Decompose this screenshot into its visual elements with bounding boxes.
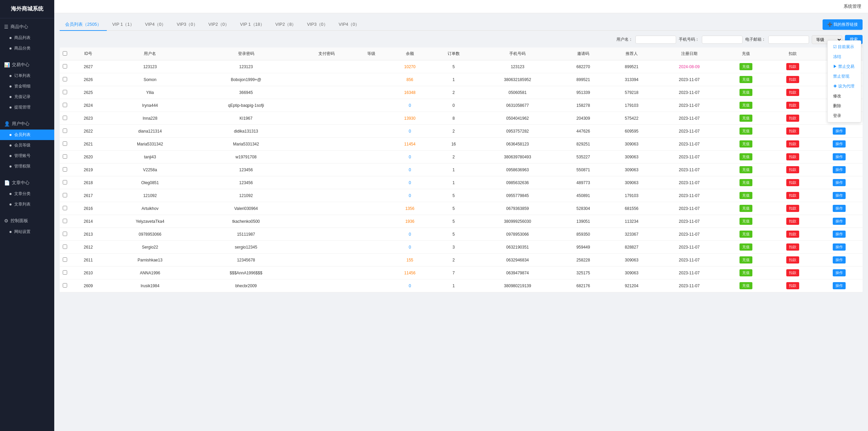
deduct-btn[interactable]: 扣款 bbox=[786, 282, 799, 289]
deduct-btn[interactable]: 扣款 bbox=[786, 256, 799, 263]
sidebar-item-capital-flow[interactable]: 资金明细 bbox=[0, 81, 54, 92]
sidebar-item-article-list[interactable]: 文章列表 bbox=[0, 199, 54, 210]
deduct-btn[interactable]: 扣款 bbox=[786, 218, 799, 225]
deduct-btn[interactable]: 扣款 bbox=[786, 128, 799, 135]
action-btn[interactable]: 操作 bbox=[833, 218, 846, 225]
deduct-btn[interactable]: 扣款 bbox=[786, 205, 799, 212]
deduct-btn[interactable]: 扣款 bbox=[786, 63, 799, 70]
tab-vip3-0a[interactable]: VIP3（0） bbox=[171, 19, 203, 31]
email-input[interactable] bbox=[768, 36, 809, 44]
action-btn[interactable]: 操作 bbox=[833, 140, 846, 148]
recharge-btn[interactable]: 充值 bbox=[739, 63, 752, 70]
tab-vip2-0[interactable]: VIP2（0） bbox=[203, 19, 235, 31]
recharge-btn[interactable]: 充值 bbox=[739, 115, 752, 122]
deduct-btn[interactable]: 扣款 bbox=[786, 166, 799, 173]
context-modify[interactable]: 修改 bbox=[828, 91, 861, 101]
action-btn[interactable]: 操作 bbox=[833, 282, 846, 289]
action-btn[interactable]: 操作 bbox=[833, 179, 846, 186]
row-checkbox[interactable] bbox=[63, 257, 67, 262]
sidebar-item-admin-permission[interactable]: 管理权限 bbox=[0, 161, 54, 172]
sidebar-item-member-list[interactable]: 会员列表 bbox=[0, 130, 54, 140]
recharge-btn[interactable]: 充值 bbox=[739, 179, 752, 186]
sidebar-group-trade[interactable]: 📊 交易中心 bbox=[0, 59, 54, 71]
action-btn[interactable]: 操作 bbox=[833, 243, 846, 251]
select-all-checkbox[interactable] bbox=[63, 51, 67, 56]
row-checkbox[interactable] bbox=[63, 232, 67, 236]
context-delete[interactable]: 删除 bbox=[828, 101, 861, 111]
recharge-btn[interactable]: 充值 bbox=[739, 256, 752, 263]
row-checkbox[interactable] bbox=[63, 206, 67, 210]
action-btn[interactable]: 操作 bbox=[833, 166, 846, 173]
deduct-btn[interactable]: 扣款 bbox=[786, 231, 799, 238]
row-checkbox[interactable] bbox=[63, 283, 67, 288]
deduct-btn[interactable]: 扣款 bbox=[786, 102, 799, 109]
context-stop-login[interactable]: 禁止登现 bbox=[828, 72, 861, 81]
context-set-agent[interactable]: ◈ 设为代理 bbox=[828, 81, 861, 91]
row-checkbox[interactable] bbox=[63, 64, 67, 68]
row-checkbox[interactable] bbox=[63, 141, 67, 146]
tab-vip4-0b[interactable]: VIP4（0） bbox=[333, 19, 365, 31]
recharge-btn[interactable]: 充值 bbox=[739, 102, 752, 109]
row-checkbox[interactable] bbox=[63, 244, 67, 249]
row-checkbox[interactable] bbox=[63, 116, 67, 120]
action-btn[interactable]: 操作 bbox=[833, 205, 846, 212]
action-btn[interactable]: 操作 bbox=[833, 153, 846, 160]
recharge-btn[interactable]: 充值 bbox=[739, 282, 752, 289]
deduct-btn[interactable]: 扣款 bbox=[786, 89, 799, 96]
deduct-btn[interactable]: 扣款 bbox=[786, 140, 799, 148]
sidebar-item-recharge-records[interactable]: 充值记录 bbox=[0, 92, 54, 102]
action-btn[interactable]: 操作 bbox=[833, 128, 846, 135]
sidebar-item-site-settings[interactable]: 网站设置 bbox=[0, 227, 54, 237]
recharge-btn[interactable]: 充值 bbox=[739, 76, 752, 83]
context-register[interactable]: 登录 bbox=[828, 111, 861, 121]
deduct-btn[interactable]: 扣款 bbox=[786, 115, 799, 122]
recharge-btn[interactable]: 充值 bbox=[739, 166, 752, 173]
tab-vip2-8[interactable]: VIP2（8） bbox=[270, 19, 301, 31]
deduct-btn[interactable]: 扣款 bbox=[786, 269, 799, 276]
sidebar-group-goods[interactable]: ☰ 商品中心 bbox=[0, 21, 54, 33]
recharge-btn[interactable]: 充值 bbox=[739, 192, 752, 199]
recharge-btn[interactable]: 充值 bbox=[739, 140, 752, 148]
recharge-btn[interactable]: 充值 bbox=[739, 89, 752, 96]
action-btn[interactable]: 操作 bbox=[833, 256, 846, 263]
sidebar-group-user[interactable]: 👤 用户中心 bbox=[0, 118, 54, 130]
deduct-btn[interactable]: 扣款 bbox=[786, 76, 799, 83]
sidebar-group-control[interactable]: ⚙ 控制面板 bbox=[0, 215, 54, 227]
sidebar-item-withdraw-mgmt[interactable]: 提现管理 bbox=[0, 102, 54, 113]
row-checkbox[interactable] bbox=[63, 180, 67, 184]
tab-vip4-0[interactable]: VIP4（0） bbox=[140, 19, 171, 31]
row-checkbox[interactable] bbox=[63, 103, 67, 107]
username-input[interactable] bbox=[635, 36, 676, 44]
sidebar-group-article[interactable]: 📄 文章中心 bbox=[0, 177, 54, 189]
recharge-btn[interactable]: 充值 bbox=[739, 269, 752, 276]
tab-vip1-1[interactable]: VIP 1（1） bbox=[107, 19, 140, 31]
deduct-btn[interactable]: 扣款 bbox=[786, 153, 799, 160]
recharge-btn[interactable]: 充值 bbox=[739, 153, 752, 160]
deduct-btn[interactable]: 扣款 bbox=[786, 192, 799, 199]
sidebar-item-member-level[interactable]: 会员等级 bbox=[0, 140, 54, 151]
row-checkbox[interactable] bbox=[63, 270, 67, 275]
row-checkbox[interactable] bbox=[63, 193, 67, 197]
row-checkbox[interactable] bbox=[63, 167, 67, 172]
recommend-btn[interactable]: ➕ 我的推荐链接 bbox=[823, 19, 863, 30]
recharge-btn[interactable]: 充值 bbox=[739, 128, 752, 135]
sidebar-item-admin-account[interactable]: 管理账号 bbox=[0, 151, 54, 161]
phone-input[interactable] bbox=[702, 36, 743, 44]
deduct-btn[interactable]: 扣款 bbox=[786, 179, 799, 186]
action-btn[interactable]: 操作 bbox=[833, 269, 846, 276]
tab-member-all[interactable]: 会员列表（2505） bbox=[60, 19, 107, 31]
recharge-btn[interactable]: 充值 bbox=[739, 218, 752, 225]
row-checkbox[interactable] bbox=[63, 129, 67, 133]
row-checkbox[interactable] bbox=[63, 154, 67, 159]
sidebar-item-article-category[interactable]: 文章分类 bbox=[0, 189, 54, 199]
context-show-target[interactable]: ☑ 目前展示 bbox=[828, 42, 861, 52]
sidebar-item-goods-category[interactable]: 商品分类 bbox=[0, 43, 54, 54]
context-stop-trade[interactable]: ▶ 禁止交易 bbox=[828, 62, 861, 72]
recharge-btn[interactable]: 充值 bbox=[739, 205, 752, 212]
sidebar-item-goods-list[interactable]: 商品列表 bbox=[0, 33, 54, 43]
deduct-btn[interactable]: 扣款 bbox=[786, 243, 799, 251]
row-checkbox[interactable] bbox=[63, 219, 67, 223]
recharge-btn[interactable]: 充值 bbox=[739, 243, 752, 251]
tab-vip1-18[interactable]: VIP 1（18） bbox=[235, 19, 270, 31]
tab-vip3-0b[interactable]: VIP3（0） bbox=[301, 19, 333, 31]
